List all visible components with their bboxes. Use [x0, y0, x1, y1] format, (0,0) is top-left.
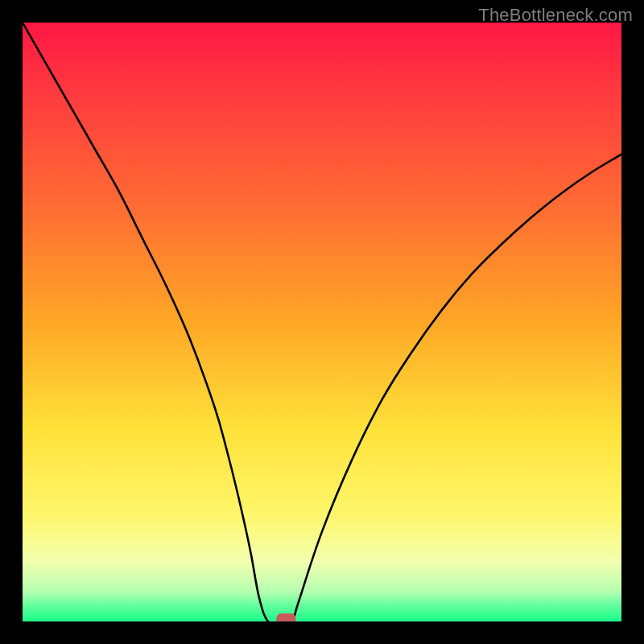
watermark-label: TheBottleneck.com: [478, 5, 633, 26]
chart-frame: TheBottleneck.com: [0, 0, 644, 644]
chart-svg: [23, 23, 621, 621]
plot-area: [23, 23, 621, 621]
marker-pill: [276, 613, 295, 621]
